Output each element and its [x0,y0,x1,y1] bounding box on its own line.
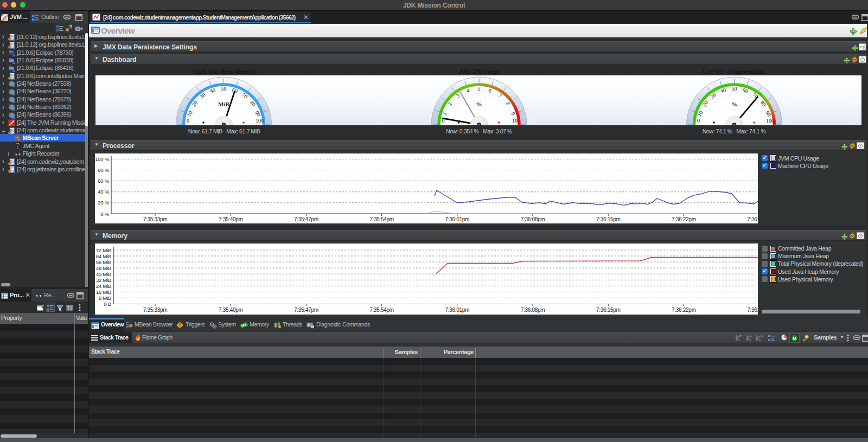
svg-text:7:35:54pm: 7:35:54pm [369,307,394,313]
svg-text:8 MiB: 8 MiB [99,295,111,301]
svg-text:7:36:22pm: 7:36:22pm [672,307,696,313]
svg-text:50: 50 [731,86,737,92]
svg-text:50: 50 [221,86,226,92]
svg-text:7:36:29pm: 7:36:29pm [747,216,758,222]
svg-text:7:36:01pm: 7:36:01pm [445,307,470,313]
svg-text:7:36:08pm: 7:36:08pm [521,216,545,222]
svg-text:0 %: 0 % [100,211,109,217]
svg-text:72 MiB: 72 MiB [96,247,111,253]
svg-text:7:36:08pm: 7:36:08pm [521,307,545,313]
svg-text:MiB: MiB [218,101,229,107]
svg-text:60 %: 60 % [98,178,110,184]
svg-text:7:35:47pm: 7:35:47pm [294,216,318,222]
svg-text:40 MiB: 40 MiB [96,271,111,277]
svg-text:M: M [793,336,796,341]
svg-text:7:36:01pm: 7:36:01pm [445,216,470,222]
svg-text:7:35:54pm: 7:35:54pm [369,216,394,222]
svg-text:7:36:15pm: 7:36:15pm [596,307,621,313]
svg-text:7:36:29pm: 7:36:29pm [747,307,758,313]
svg-text:7:35:33pm: 7:35:33pm [143,307,168,313]
svg-text:16 MiB: 16 MiB [96,289,111,295]
svg-text:0: 0 [697,118,700,124]
svg-text:56 MiB: 56 MiB [96,259,111,265]
svg-text:20 %: 20 % [98,200,110,206]
svg-text:80 %: 80 % [98,167,110,173]
svg-text:32 MiB: 32 MiB [96,277,111,283]
svg-text:10: 10 [512,118,518,124]
svg-text:7:35:40pm: 7:35:40pm [219,307,243,313]
svg-text:%: % [731,101,737,107]
svg-text:5: 5 [477,86,480,92]
svg-text:64 MiB: 64 MiB [96,253,111,259]
svg-text:7:35:40pm: 7:35:40pm [219,216,243,222]
svg-text:7:35:47pm: 7:35:47pm [294,307,318,313]
svg-text:48 MiB: 48 MiB [96,265,111,271]
svg-text:7:36:15pm: 7:36:15pm [596,216,621,222]
svg-text:24 MiB: 24 MiB [96,283,111,289]
svg-text:100 %: 100 % [95,156,110,162]
svg-text:7:36:22pm: 7:36:22pm [672,216,696,222]
svg-text:40 %: 40 % [98,189,110,195]
svg-text:100: 100 [766,118,774,124]
svg-text:0 B: 0 B [104,301,111,307]
svg-text:7:35:33pm: 7:35:33pm [143,216,168,222]
svg-text:%: % [476,101,482,107]
svg-text:0: 0 [187,118,189,124]
svg-text:100: 100 [256,118,264,124]
